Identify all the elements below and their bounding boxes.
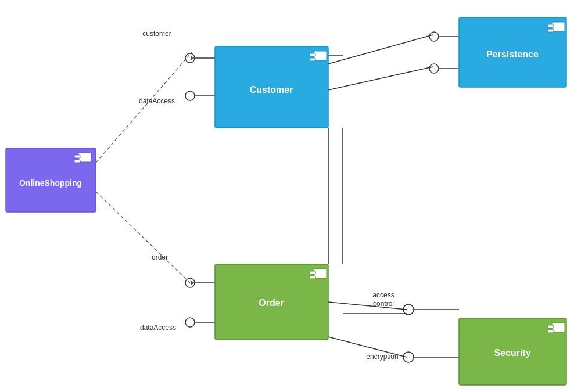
svg-rect-39: [548, 24, 554, 27]
customer-label: Customer: [250, 85, 293, 95]
svg-rect-31: [74, 160, 80, 163]
diagram-canvas: OnlineShopping Customer Order Persistenc…: [0, 0, 581, 392]
svg-rect-34: [310, 58, 315, 61]
order-dataaccess-label: dataAccess: [140, 323, 176, 332]
svg-rect-37: [310, 276, 315, 279]
svg-rect-30: [74, 155, 80, 158]
customer-interface-label: customer: [142, 30, 171, 38]
access-control-label2: control: [373, 300, 394, 308]
svg-rect-43: [548, 330, 554, 333]
svg-rect-42: [548, 325, 554, 328]
online-shopping-label: OnlineShopping: [19, 178, 82, 188]
svg-rect-40: [548, 29, 554, 32]
encryption-label: encryption: [366, 353, 398, 361]
order-interface-label: order: [152, 253, 168, 261]
order-label: Order: [259, 298, 284, 308]
persistence-label: Persistence: [486, 49, 539, 59]
svg-rect-36: [310, 271, 315, 274]
security-label: Security: [494, 348, 530, 358]
svg-rect-33: [310, 53, 315, 56]
access-control-label: access: [372, 291, 394, 299]
customer-dataaccess-label: dataAccess: [139, 97, 175, 105]
